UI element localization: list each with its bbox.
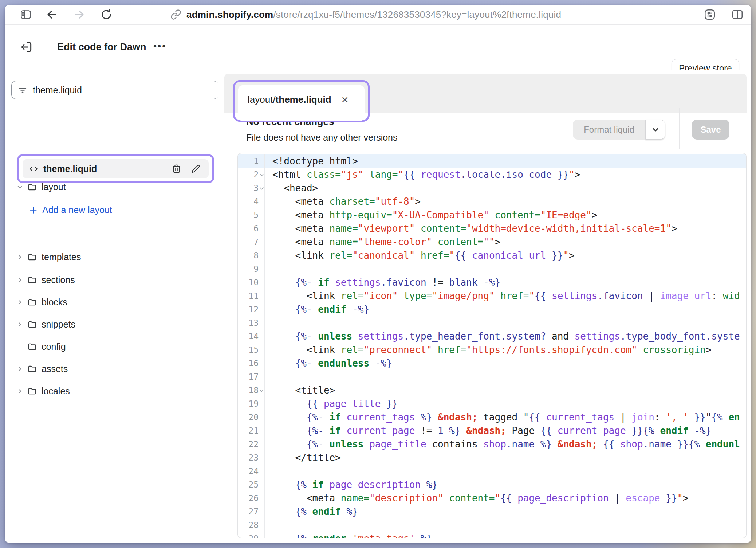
- chevron-right-icon[interactable]: [16, 299, 24, 306]
- code-line[interactable]: 26 <meta name="description" content="{{ …: [238, 491, 746, 505]
- code-line[interactable]: 17: [238, 370, 746, 383]
- fold-chevron-icon[interactable]: [259, 185, 265, 191]
- code-text: <head>: [265, 181, 746, 195]
- line-number: 6: [238, 222, 265, 235]
- code-line[interactable]: 21 {%- if current_page != 1 %} &ndash; P…: [238, 424, 746, 437]
- forward-icon[interactable]: [73, 8, 86, 21]
- filter-icon: [17, 85, 28, 95]
- code-editor[interactable]: 1<!doctype html>2<html class="js" lang="…: [237, 153, 747, 538]
- code-line[interactable]: 24: [238, 464, 746, 478]
- page-settings-icon[interactable]: [703, 8, 716, 21]
- folder-icon: [27, 252, 37, 262]
- editor-panel: layout/theme.liquid × No recent changes …: [223, 70, 751, 543]
- sidebar-item-config[interactable]: config: [5, 338, 218, 355]
- line-number: 22: [238, 437, 265, 451]
- sidebar-toggle-icon[interactable]: [19, 8, 32, 21]
- folder-icon: [27, 297, 37, 307]
- format-liquid-button[interactable]: Format liquid: [573, 120, 665, 140]
- code-line[interactable]: 14 {%- unless settings.type_header_font.…: [238, 329, 746, 343]
- code-line[interactable]: 15 <link rel="preconnect" href="https://…: [238, 343, 746, 356]
- split-view-icon[interactable]: [731, 8, 744, 21]
- chevron-right-icon[interactable]: [16, 388, 24, 395]
- browser-toolbar: admin.shopify.com/store/rzq1xu-f5/themes…: [5, 5, 751, 25]
- tab-theme-liquid[interactable]: layout/theme.liquid ×: [238, 85, 365, 121]
- active-tab-highlight: layout/theme.liquid ×: [233, 80, 370, 122]
- tree-item-label: config: [42, 341, 66, 352]
- line-number: 11: [238, 289, 265, 302]
- tab-close-icon[interactable]: ×: [342, 94, 349, 105]
- reload-icon[interactable]: [100, 8, 113, 21]
- code-line[interactable]: 18 <title>: [238, 383, 746, 397]
- code-line[interactable]: 29 {% render 'meta-tags' %}: [238, 532, 746, 538]
- code-text: <html class="js" lang="{{ request.locale…: [265, 168, 746, 181]
- back-icon[interactable]: [46, 8, 58, 21]
- line-number: 17: [238, 370, 265, 383]
- chevron-right-icon[interactable]: [16, 254, 24, 261]
- tab-path-prefix: layout/: [248, 94, 276, 105]
- line-number: 27: [238, 505, 265, 518]
- sidebar-item-theme-liquid[interactable]: theme.liquid: [23, 159, 209, 178]
- line-number: 2: [238, 168, 265, 181]
- line-number: 15: [238, 343, 265, 356]
- line-number: 10: [238, 275, 265, 289]
- exit-icon[interactable]: [19, 40, 33, 54]
- code-line[interactable]: 22 {%- unless page_title contains shop.n…: [238, 437, 746, 451]
- more-menu-icon[interactable]: •••: [153, 40, 166, 52]
- line-number: 9: [238, 262, 265, 275]
- add-new-layout-link[interactable]: Add a new layout: [5, 201, 218, 219]
- code-line[interactable]: 2<html class="js" lang="{{ request.local…: [238, 168, 746, 181]
- app-header: Edit code for Dawn ••• Preview store: [5, 25, 751, 69]
- sidebar-item-assets[interactable]: assets: [5, 360, 218, 377]
- code-line[interactable]: 27 {% endif %}: [238, 505, 746, 518]
- file-search-input[interactable]: theme.liquid: [11, 81, 218, 99]
- sidebar-item-sections[interactable]: sections: [5, 271, 218, 289]
- chevron-right-icon[interactable]: [16, 277, 24, 283]
- chevron-right-icon[interactable]: [16, 365, 24, 372]
- status-subtitle: File does not have any other versions: [246, 132, 398, 143]
- code-line[interactable]: 10 {%- if settings.favicon != blank -%}: [238, 275, 746, 289]
- file-label: theme.liquid: [43, 164, 97, 174]
- line-number: 8: [238, 248, 265, 262]
- code-line[interactable]: 7 <meta name="theme-color" content="">: [238, 235, 746, 248]
- format-liquid-label[interactable]: Format liquid: [573, 120, 645, 140]
- sidebar-item-snippets[interactable]: snippets: [5, 316, 218, 333]
- pencil-icon[interactable]: [191, 164, 201, 174]
- code-line[interactable]: 13: [238, 316, 746, 329]
- line-number: 7: [238, 235, 265, 248]
- folder-icon: [27, 386, 37, 396]
- trash-icon[interactable]: [172, 164, 181, 174]
- line-number: 1: [238, 154, 265, 168]
- code-line[interactable]: 1<!doctype html>: [238, 154, 746, 168]
- line-number: 18: [238, 383, 265, 397]
- code-line[interactable]: 16 {%- endunless -%}: [238, 356, 746, 370]
- code-line[interactable]: 11 <link rel="icon" type="image/png" hre…: [238, 289, 746, 302]
- sidebar-item-templates[interactable]: templates: [5, 248, 218, 266]
- tree-item-label: assets: [42, 364, 68, 374]
- sidebar-item-locales[interactable]: locales: [5, 382, 218, 400]
- code-line[interactable]: 9: [238, 262, 746, 275]
- code-line[interactable]: 4 <meta charset="utf-8">: [238, 195, 746, 208]
- chevron-down-icon[interactable]: [16, 184, 24, 191]
- code-line[interactable]: 28: [238, 518, 746, 532]
- format-liquid-dropdown[interactable]: [645, 120, 665, 140]
- code-text: </title>: [265, 451, 746, 464]
- code-line[interactable]: 12 {%- endif -%}: [238, 302, 746, 316]
- code-line[interactable]: 20 {%- if current_tags %} &ndash; tagged…: [238, 410, 746, 424]
- fold-chevron-icon[interactable]: [259, 387, 265, 394]
- chevron-right-icon[interactable]: [16, 321, 24, 328]
- fold-chevron-icon[interactable]: [259, 172, 265, 178]
- code-line[interactable]: 8 <link rel="canonical" href="{{ canonic…: [238, 248, 746, 262]
- code-line[interactable]: 5 <meta http-equiv="X-UA-Compatible" con…: [238, 208, 746, 222]
- line-number: 12: [238, 302, 265, 316]
- code-text: {%- if current_tags %} &ndash; tagged "{…: [265, 410, 746, 424]
- save-button[interactable]: Save: [692, 120, 729, 140]
- code-line[interactable]: 19 {{ page_title }}: [238, 397, 746, 410]
- tab-file-name: theme.liquid: [276, 94, 331, 105]
- code-line[interactable]: 23 </title>: [238, 451, 746, 464]
- code-line[interactable]: 3 <head>: [238, 181, 746, 195]
- code-line[interactable]: 25 {% if page_description %}: [238, 478, 746, 491]
- address-bar[interactable]: admin.shopify.com/store/rzq1xu-f5/themes…: [170, 5, 561, 24]
- code-line[interactable]: 6 <meta name="viewport" content="width=d…: [238, 222, 746, 235]
- line-number: 14: [238, 329, 265, 343]
- sidebar-item-blocks[interactable]: blocks: [5, 293, 218, 311]
